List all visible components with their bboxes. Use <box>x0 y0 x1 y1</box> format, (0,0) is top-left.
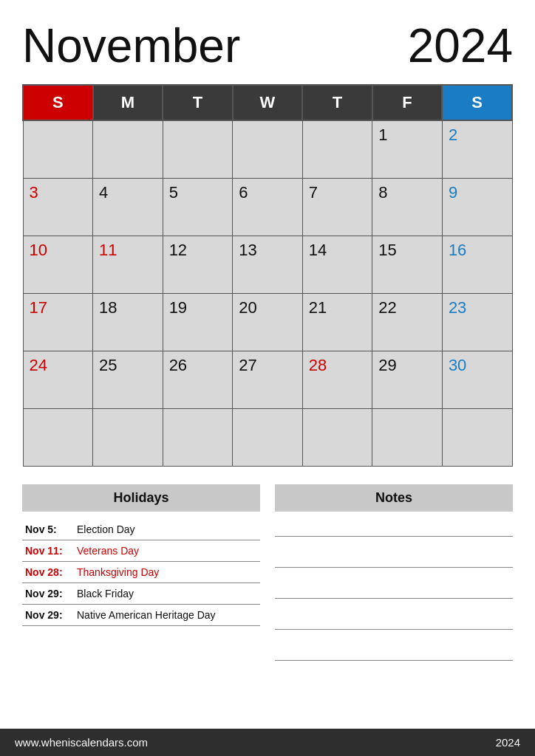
calendar-week-row: 24252627282930 <box>23 351 512 408</box>
calendar-cell <box>302 408 372 466</box>
calendar-week-row <box>23 408 512 466</box>
header-sunday: S <box>23 85 93 120</box>
holiday-date: Nov 29: <box>25 588 77 599</box>
calendar-cell: 18 <box>93 293 163 351</box>
holiday-item: Nov 28:Thanksgiving Day <box>22 562 260 583</box>
calendar-cell: 9 <box>442 178 512 236</box>
holidays-list: Nov 5:Election DayNov 11:Veterans DayNov… <box>22 519 260 626</box>
calendar-table: S M T W T F S 12345678910111213141516171… <box>22 84 513 467</box>
calendar-cell: 25 <box>93 351 163 408</box>
holiday-name: Black Friday <box>77 588 134 599</box>
calendar-cell: 22 <box>372 293 443 351</box>
calendar-cell: 17 <box>23 293 93 351</box>
calendar-week-row: 17181920212223 <box>23 293 512 351</box>
calendar-cell <box>23 408 93 466</box>
calendar-cell: 11 <box>93 236 163 293</box>
calendar-cell: 28 <box>302 351 372 408</box>
calendar-cell: 14 <box>302 236 372 293</box>
calendar-cell <box>233 408 303 466</box>
holiday-name: Native American Heritage Day <box>77 609 216 621</box>
holiday-date: Nov 11: <box>25 545 77 557</box>
calendar-cell: 8 <box>372 178 443 236</box>
holiday-date: Nov 28: <box>25 566 77 578</box>
calendar-cell: 13 <box>233 236 303 293</box>
month-title: November <box>22 22 240 69</box>
notes-header: Notes <box>275 484 513 512</box>
calendar-cell <box>23 120 93 178</box>
header-thursday: T <box>302 85 372 120</box>
calendar-cell <box>302 120 372 178</box>
header-monday: M <box>93 85 163 120</box>
calendar-cell: 15 <box>372 236 443 293</box>
calendar-week-row: 3456789 <box>23 178 512 236</box>
holiday-item: Nov 5:Election Day <box>22 519 260 540</box>
calendar-cell <box>163 408 233 466</box>
footer-url: www.wheniscalendars.com <box>15 736 148 749</box>
holidays-header: Holidays <box>22 484 260 512</box>
holiday-date: Nov 5: <box>25 523 77 535</box>
note-line <box>275 550 513 568</box>
calendar-cell: 23 <box>442 293 512 351</box>
calendar-cell: 26 <box>163 351 233 408</box>
header: November 2024 <box>22 22 513 69</box>
calendar-cell <box>372 408 443 466</box>
note-line <box>275 581 513 599</box>
page: November 2024 S M T W T F S 123456789101… <box>0 0 535 756</box>
calendar-cell <box>233 120 303 178</box>
bottom-section: Holidays Nov 5:Election DayNov 11:Vetera… <box>22 484 513 718</box>
holiday-item: Nov 11:Veterans Day <box>22 540 260 562</box>
calendar-cell <box>93 408 163 466</box>
calendar-cell: 21 <box>302 293 372 351</box>
calendar-header-row: S M T W T F S <box>23 85 512 120</box>
calendar-cell: 3 <box>23 178 93 236</box>
calendar-cell: 12 <box>163 236 233 293</box>
calendar-week-row: 12 <box>23 120 512 178</box>
calendar-cell: 30 <box>442 351 512 408</box>
holiday-date: Nov 29: <box>25 609 77 621</box>
holidays-section: Holidays Nov 5:Election DayNov 11:Vetera… <box>22 484 260 718</box>
calendar-cell: 2 <box>442 120 512 178</box>
calendar-cell: 4 <box>93 178 163 236</box>
calendar-cell: 29 <box>372 351 443 408</box>
holiday-name: Thanksgiving Day <box>77 566 159 578</box>
note-line <box>275 612 513 630</box>
footer-year: 2024 <box>496 736 520 749</box>
calendar-cell <box>163 120 233 178</box>
calendar-cell: 19 <box>163 293 233 351</box>
calendar-cell: 1 <box>372 120 443 178</box>
calendar-cell <box>93 120 163 178</box>
holiday-name: Election Day <box>77 523 135 535</box>
holiday-item: Nov 29:Black Friday <box>22 583 260 605</box>
footer: www.wheniscalendars.com 2024 <box>0 729 535 756</box>
calendar-cell <box>442 408 512 466</box>
header-wednesday: W <box>233 85 303 120</box>
calendar-cell: 24 <box>23 351 93 408</box>
note-line <box>275 519 513 537</box>
calendar-cell: 27 <box>233 351 303 408</box>
calendar-cell: 7 <box>302 178 372 236</box>
calendar-cell: 6 <box>233 178 303 236</box>
holiday-item: Nov 29:Native American Heritage Day <box>22 605 260 626</box>
holiday-name: Veterans Day <box>77 545 139 557</box>
calendar-cell: 10 <box>23 236 93 293</box>
notes-section: Notes <box>275 484 513 718</box>
calendar-cell: 20 <box>233 293 303 351</box>
note-line <box>275 643 513 661</box>
year-title: 2024 <box>408 22 513 69</box>
calendar-week-row: 10111213141516 <box>23 236 512 293</box>
header-tuesday: T <box>163 85 233 120</box>
calendar-cell: 16 <box>442 236 512 293</box>
header-saturday: S <box>442 85 512 120</box>
notes-lines <box>275 519 513 661</box>
header-friday: F <box>372 85 443 120</box>
calendar-cell: 5 <box>163 178 233 236</box>
